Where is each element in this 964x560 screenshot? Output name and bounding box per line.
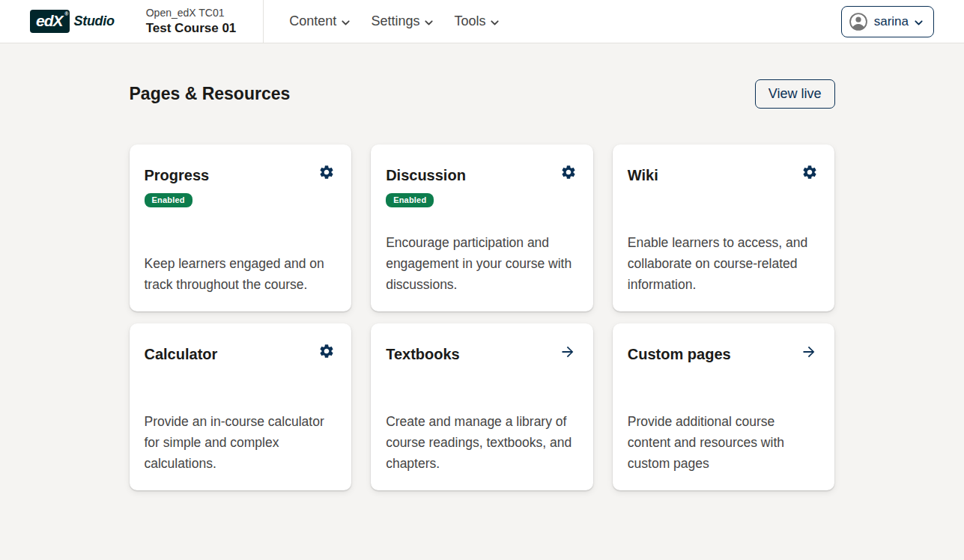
course-info: Open_edX TC01 Test Course 01 <box>146 7 237 36</box>
page-title: Pages & Resources <box>130 84 291 104</box>
card-description: Provide additional course content and re… <box>628 411 820 474</box>
card-header: Custom pages <box>628 341 820 363</box>
card-title: Textbooks <box>386 341 460 363</box>
user-menu-button[interactable]: sarina <box>841 6 934 37</box>
cards-grid: Progress Enabled Keep learners engaged a… <box>130 144 835 535</box>
card-header: Discussion <box>386 162 578 184</box>
course-title: Test Course 01 <box>146 20 237 36</box>
textbooks-open-button[interactable] <box>557 341 578 362</box>
card-calculator[interactable]: Calculator Provide an in-course calculat… <box>130 323 352 490</box>
nav-item-settings[interactable]: Settings <box>360 6 443 37</box>
course-org-number: Open_edX TC01 <box>146 7 237 20</box>
wiki-settings-button[interactable] <box>800 162 819 182</box>
card-header: Textbooks <box>386 341 578 363</box>
chevron-down-icon <box>915 20 923 25</box>
card-description: Provide an in-course calculator for simp… <box>145 411 337 474</box>
nav-item-content[interactable]: Content <box>279 6 360 37</box>
card-title: Wiki <box>628 162 658 184</box>
card-header: Wiki <box>628 162 820 184</box>
card-header: Calculator <box>145 341 337 363</box>
registered-mark: ® <box>64 11 67 17</box>
studio-logo-text: Studio <box>74 13 115 29</box>
card-progress[interactable]: Progress Enabled Keep learners engaged a… <box>130 144 352 311</box>
card-textbooks[interactable]: Textbooks Create and manage a library of… <box>371 323 593 490</box>
calculator-settings-button[interactable] <box>317 341 336 361</box>
gear-icon <box>801 164 818 180</box>
card-description: Create and manage a library of course re… <box>386 411 578 474</box>
page-header: Pages & Resources View live <box>130 79 835 109</box>
main-nav: Content Settings Tools <box>279 6 509 37</box>
chevron-down-icon <box>491 20 499 25</box>
card-discussion[interactable]: Discussion Enabled Encourage participati… <box>371 144 593 311</box>
nav-item-label: Tools <box>454 13 485 29</box>
card-description: Encourage participation and engagement i… <box>386 232 578 295</box>
card-description: Enable learners to access, and collabora… <box>628 232 820 295</box>
chevron-down-icon <box>342 20 350 25</box>
card-title: Discussion <box>386 162 466 184</box>
pages-resources-content: Pages & Resources View live Progress Ena… <box>130 43 835 535</box>
custom-pages-open-button[interactable] <box>798 341 819 362</box>
card-title: Calculator <box>145 341 218 363</box>
card-wiki[interactable]: Wiki Enable learners to access, and coll… <box>613 144 835 311</box>
gear-icon <box>318 164 335 180</box>
card-description: Keep learners engaged and on track throu… <box>145 253 337 295</box>
edx-logo-text: edX <box>36 12 63 29</box>
edx-logo: edX® <box>30 10 70 33</box>
gear-icon <box>560 164 577 180</box>
nav-item-label: Settings <box>371 13 419 29</box>
edx-studio-logo[interactable]: edX® Studio <box>30 10 115 33</box>
progress-settings-button[interactable] <box>317 162 336 182</box>
card-title: Custom pages <box>628 341 731 363</box>
arrow-right-icon <box>800 343 818 361</box>
card-header: Progress <box>145 162 337 184</box>
nav-item-label: Content <box>289 13 336 29</box>
header-divider <box>263 0 264 43</box>
chevron-down-icon <box>425 20 433 25</box>
avatar-icon <box>849 12 868 31</box>
header: edX® Studio Open_edX TC01 Test Course 01… <box>0 0 964 43</box>
username: sarina <box>874 14 909 29</box>
view-live-button[interactable]: View live <box>755 79 835 109</box>
status-badge: Enabled <box>145 193 193 207</box>
gear-icon <box>318 343 335 359</box>
card-custom-pages[interactable]: Custom pages Provide additional course c… <box>613 323 835 490</box>
nav-item-tools[interactable]: Tools <box>443 6 509 37</box>
card-title: Progress <box>145 162 210 184</box>
arrow-right-icon <box>559 343 577 361</box>
status-badge: Enabled <box>386 193 434 207</box>
discussion-settings-button[interactable] <box>559 162 578 182</box>
